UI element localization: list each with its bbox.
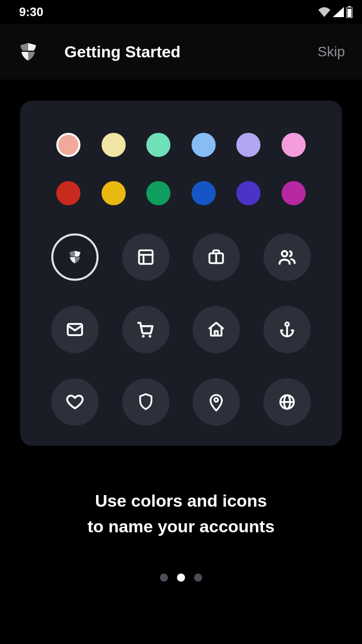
header-bar: Getting Started Skip <box>0 24 362 79</box>
color-swatch-8[interactable] <box>146 181 170 205</box>
caption-text: Use colors and icons to name your accoun… <box>20 488 342 539</box>
globe-icon <box>278 393 296 411</box>
color-swatch-0[interactable] <box>56 133 80 157</box>
shield-icon-option[interactable] <box>51 233 99 281</box>
status-bar: 9:30 <box>0 0 362 24</box>
shield-outline-icon <box>137 392 154 412</box>
anchor-icon-option[interactable] <box>263 306 311 353</box>
color-swatch-11[interactable] <box>282 181 306 205</box>
mail-icon <box>65 320 84 339</box>
page-dot-0[interactable] <box>160 574 168 582</box>
page-title: Getting Started <box>64 43 318 61</box>
globe-icon-option[interactable] <box>263 378 311 426</box>
mail-icon-option[interactable] <box>51 306 99 353</box>
heart-icon-option[interactable] <box>51 378 99 426</box>
pin-icon <box>208 392 225 412</box>
shield-icon <box>66 248 84 266</box>
svg-rect-3 <box>139 251 152 264</box>
color-swatch-3[interactable] <box>192 133 216 157</box>
skip-button[interactable]: Skip <box>318 44 345 60</box>
signal-icon <box>333 7 344 17</box>
color-swatch-5[interactable] <box>282 133 306 157</box>
shield-outline-icon-option[interactable] <box>122 378 169 426</box>
briefcase-icon-option[interactable] <box>193 233 240 281</box>
status-indicators <box>318 6 353 18</box>
page-dot-2[interactable] <box>194 574 202 582</box>
color-grid <box>41 133 321 205</box>
page-indicator <box>0 574 362 582</box>
icon-grid <box>41 233 321 426</box>
page-dot-1[interactable] <box>177 574 185 582</box>
status-time: 9:30 <box>19 5 43 19</box>
home-icon-option[interactable] <box>193 306 240 353</box>
battery-icon <box>346 6 353 18</box>
heart-icon <box>65 392 84 412</box>
anchor-icon <box>278 320 296 339</box>
svg-point-16 <box>215 398 218 401</box>
color-swatch-4[interactable] <box>236 133 260 157</box>
svg-rect-2 <box>347 9 351 17</box>
users-icon-option[interactable] <box>263 233 311 281</box>
svg-point-8 <box>282 251 288 257</box>
svg-point-10 <box>142 335 144 338</box>
color-swatch-2[interactable] <box>146 133 170 157</box>
color-swatch-1[interactable] <box>102 133 126 157</box>
cart-icon <box>136 319 156 340</box>
layout-icon <box>137 248 155 266</box>
color-swatch-10[interactable] <box>236 181 260 205</box>
color-swatch-7[interactable] <box>102 181 126 205</box>
app-logo-icon <box>17 41 39 63</box>
cart-icon-option[interactable] <box>122 306 169 353</box>
svg-point-11 <box>148 335 151 338</box>
home-icon <box>207 320 225 339</box>
layout-icon-option[interactable] <box>122 233 169 281</box>
color-swatch-9[interactable] <box>192 181 216 205</box>
pin-icon-option[interactable] <box>193 378 240 426</box>
customize-card <box>20 101 342 446</box>
color-swatch-6[interactable] <box>56 181 80 205</box>
users-icon <box>277 247 297 267</box>
briefcase-icon <box>207 248 225 266</box>
wifi-icon <box>318 7 331 17</box>
